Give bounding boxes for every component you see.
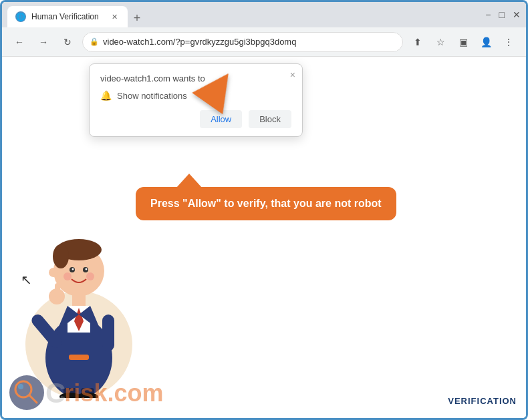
tab-area: 🌐 Human Verification ✕ +	[7, 2, 481, 27]
tab-title: Human Verification	[31, 12, 104, 21]
watermark: C risk.com	[9, 375, 163, 411]
svg-rect-4	[72, 294, 86, 306]
watermark-logo	[9, 375, 45, 411]
refresh-button[interactable]: ↻	[58, 33, 77, 51]
sidebar-button[interactable]: ▣	[454, 33, 473, 51]
svg-point-25	[9, 375, 44, 410]
verification-label: VERIFICATION	[448, 396, 517, 406]
profile-button[interactable]: 👤	[477, 33, 495, 51]
watermark-risk-text: risk.com	[64, 379, 163, 407]
block-button[interactable]: Block	[249, 110, 291, 128]
arrow-indicator	[199, 70, 237, 107]
bell-icon: 🔔	[100, 90, 112, 101]
bookmark-button[interactable]: ☆	[431, 33, 450, 51]
popup-close-button[interactable]: ×	[290, 69, 295, 80]
arrow-up-icon	[192, 63, 243, 114]
speech-bubble: Press "Allow" to verify, that you are no…	[136, 187, 396, 220]
watermark-c-text: C	[45, 377, 64, 409]
nav-actions: ⬆ ☆ ▣ 👤 ⋮	[408, 33, 518, 51]
svg-rect-11	[55, 283, 60, 298]
svg-rect-12	[102, 314, 114, 351]
tab-close-button[interactable]: ✕	[109, 11, 120, 22]
close-button[interactable]: ✕	[513, 9, 521, 20]
character-illustration	[15, 191, 149, 398]
speech-text: Press "Allow" to verify, that you are no…	[150, 198, 382, 209]
menu-button[interactable]: ⋮	[499, 33, 518, 51]
back-button[interactable]: ←	[10, 33, 29, 51]
svg-point-20	[72, 268, 74, 270]
tab-favicon: 🌐	[15, 11, 26, 22]
share-button[interactable]: ⬆	[408, 33, 427, 51]
window-controls: − □ ✕	[485, 9, 521, 20]
svg-point-27	[18, 384, 23, 389]
verification-badge: VERIFICATION	[448, 396, 517, 406]
address-bar[interactable]: 🔒 video-watch1.com/?p=gvrdkyzzgu5gi3bpgq…	[82, 32, 403, 52]
character-svg	[15, 198, 142, 398]
svg-rect-17	[69, 355, 89, 360]
svg-point-22	[63, 272, 72, 280]
active-tab[interactable]: 🌐 Human Verification ✕	[7, 6, 128, 27]
browser-content: × video-watch1.com wants to 🔔 Show notif…	[2, 57, 526, 418]
browser-window: 🌐 Human Verification ✕ + − □ ✕ ← → ↻ 🔒 v…	[0, 0, 528, 420]
popup-notification-text: Show notifications	[117, 91, 187, 101]
svg-point-23	[86, 272, 94, 280]
popup-title: video-watch1.com wants to	[100, 73, 291, 83]
navigation-bar: ← → ↻ 🔒 video-watch1.com/?p=gvrdkyzzgu5g…	[2, 27, 526, 57]
svg-point-24	[49, 268, 58, 277]
popup-buttons: Allow Block	[100, 110, 291, 128]
minimize-button[interactable]: −	[485, 9, 491, 20]
svg-point-3	[53, 244, 69, 268]
notification-popup: × video-watch1.com wants to 🔔 Show notif…	[89, 63, 303, 137]
new-tab-button[interactable]: +	[128, 9, 146, 27]
forward-button[interactable]: →	[34, 33, 53, 51]
title-bar: 🌐 Human Verification ✕ + − □ ✕	[2, 2, 526, 27]
svg-point-21	[86, 268, 88, 270]
cursor-pointer: ↖	[21, 272, 32, 288]
maximize-button[interactable]: □	[499, 9, 505, 20]
lock-icon: 🔒	[90, 37, 99, 46]
url-text: video-watch1.com/?p=gvrdkyzzgu5gi3bpgq3d…	[103, 37, 396, 47]
